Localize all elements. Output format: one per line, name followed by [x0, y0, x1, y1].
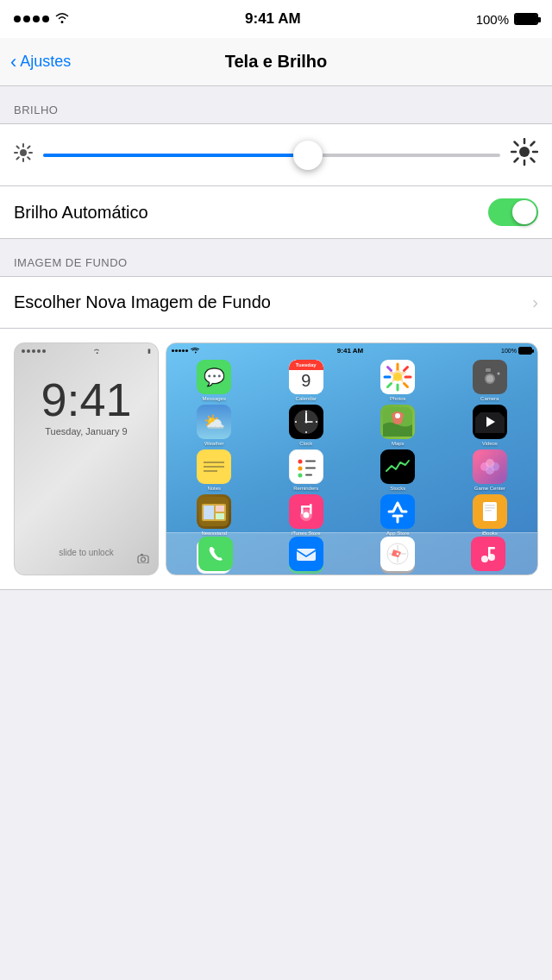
- svg-line-7: [28, 147, 29, 148]
- svg-line-14: [515, 142, 518, 146]
- svg-line-6: [28, 157, 29, 159]
- app-newsstand[interactable]: Newsstand: [170, 494, 259, 536]
- brightness-slider[interactable]: [43, 141, 500, 170]
- app-notes-label: Notes: [207, 486, 221, 491]
- app-stocks[interactable]: Stocks: [354, 449, 442, 491]
- app-photos[interactable]: Photos: [354, 360, 442, 401]
- status-time: 9:41 AM: [245, 10, 301, 28]
- svg-point-48: [298, 474, 302, 478]
- auto-brightness-row: Brilho Automático: [0, 186, 552, 238]
- svg-rect-68: [301, 506, 311, 508]
- app-maps-label: Maps: [392, 441, 405, 446]
- signal-dot-3: [33, 16, 40, 22]
- svg-rect-95: [488, 547, 495, 550]
- svg-point-47: [298, 467, 302, 471]
- svg-point-25: [486, 375, 493, 382]
- brightness-slider-row: [0, 124, 552, 186]
- lock-screen-preview[interactable]: ▮ 9:41 Tuesday, January 9 slide to unloc…: [14, 342, 159, 575]
- app-messages-icon: 💬: [197, 360, 231, 394]
- app-gamecenter-label: Game Center: [474, 486, 505, 491]
- dock-music[interactable]: [471, 537, 505, 571]
- lock-status-bar: ▮: [15, 343, 158, 359]
- lock-camera-icon: [137, 553, 149, 566]
- app-videos-icon: [473, 405, 507, 439]
- dock-phone[interactable]: [198, 537, 233, 571]
- chevron-right-icon: ›: [532, 292, 538, 312]
- app-weather[interactable]: ⛅ Weather: [170, 405, 259, 446]
- battery-fill: [516, 15, 536, 23]
- app-photos-label: Photos: [390, 396, 406, 401]
- svg-rect-20: [141, 554, 143, 556]
- status-right: 100%: [476, 12, 538, 27]
- battery-percent: 100%: [476, 12, 509, 27]
- app-notes[interactable]: Notes: [170, 449, 259, 491]
- toggle-knob: [512, 200, 536, 224]
- choose-wallpaper-row[interactable]: Escolher Nova Imagem de Fundo ›: [0, 276, 552, 329]
- lock-battery-icon: ▮: [147, 348, 151, 355]
- svg-rect-74: [485, 510, 492, 512]
- app-itunes-icon: [289, 494, 323, 529]
- svg-line-15: [531, 159, 535, 162]
- page-title: Tela e Brilho: [225, 52, 328, 72]
- app-stocks-label: Stocks: [390, 486, 405, 491]
- auto-brightness-toggle[interactable]: [488, 198, 538, 226]
- svg-point-9: [519, 147, 530, 157]
- app-maps[interactable]: Maps: [354, 405, 442, 446]
- svg-rect-82: [204, 542, 228, 566]
- brightness-settings-group: Brilho Automático: [0, 123, 552, 239]
- svg-rect-43: [204, 466, 224, 468]
- home-screen-preview[interactable]: 9:41 AM 100% 💬 Messages Tuesday 9: [166, 342, 538, 575]
- app-clock[interactable]: Clock: [262, 405, 351, 446]
- app-itunes[interactable]: iTunes Store: [262, 494, 351, 536]
- lock-wifi-icon: [92, 347, 101, 355]
- signal-dot-1: [14, 16, 21, 22]
- app-calendar-label: Calendar: [296, 396, 317, 401]
- svg-line-17: [515, 159, 518, 162]
- app-gamecenter[interactable]: Game Center: [446, 449, 535, 491]
- app-messages[interactable]: 💬 Messages: [170, 360, 259, 401]
- status-bar: 9:41 AM 100%: [0, 0, 552, 38]
- app-reminders[interactable]: Reminders: [262, 449, 351, 491]
- svg-point-92: [481, 556, 488, 562]
- app-weather-icon: ⛅: [197, 405, 231, 439]
- home-battery-text: 100%: [501, 348, 517, 354]
- svg-rect-45: [292, 453, 320, 481]
- app-calendar-icon: Tuesday 9: [289, 360, 323, 394]
- back-button[interactable]: ‹ Ajustes: [10, 51, 71, 73]
- home-time: 9:41 AM: [337, 347, 363, 355]
- svg-rect-42: [204, 462, 224, 463]
- svg-point-90: [396, 553, 398, 556]
- svg-rect-66: [310, 504, 312, 514]
- app-camera-icon: [473, 360, 507, 394]
- svg-line-8: [17, 157, 19, 159]
- svg-line-16: [531, 142, 535, 146]
- choose-wallpaper-label: Escolher Nova Imagem de Fundo: [14, 292, 271, 312]
- svg-point-27: [497, 373, 499, 375]
- app-camera-label: Camera: [480, 396, 499, 401]
- slider-fill: [43, 154, 308, 157]
- svg-line-5: [17, 147, 19, 148]
- app-ibooks[interactable]: iBooks: [446, 494, 535, 536]
- dock-safari[interactable]: [380, 537, 415, 571]
- svg-point-22: [393, 373, 402, 381]
- app-videos[interactable]: Videos: [446, 405, 535, 446]
- app-camera[interactable]: Camera: [446, 360, 535, 401]
- svg-rect-60: [204, 506, 214, 519]
- app-appstore[interactable]: App Store: [354, 494, 442, 536]
- svg-rect-49: [305, 461, 316, 462]
- app-reminders-label: Reminders: [293, 486, 318, 491]
- battery-icon: [514, 13, 538, 25]
- wifi-icon: [54, 11, 70, 27]
- slider-thumb[interactable]: [293, 141, 323, 170]
- signal-dot-4: [42, 16, 49, 22]
- app-calendar[interactable]: Tuesday 9 Calendar: [262, 360, 351, 401]
- app-maps-icon: [380, 405, 415, 439]
- dock-mail[interactable]: [289, 537, 323, 571]
- lock-time: 9:41: [15, 376, 158, 423]
- app-photos-icon: [380, 360, 415, 394]
- app-appstore-icon: [380, 494, 415, 529]
- app-clock-label: Clock: [299, 441, 312, 446]
- svg-point-38: [395, 413, 400, 418]
- app-videos-label: Videos: [482, 441, 498, 446]
- svg-point-46: [298, 460, 302, 464]
